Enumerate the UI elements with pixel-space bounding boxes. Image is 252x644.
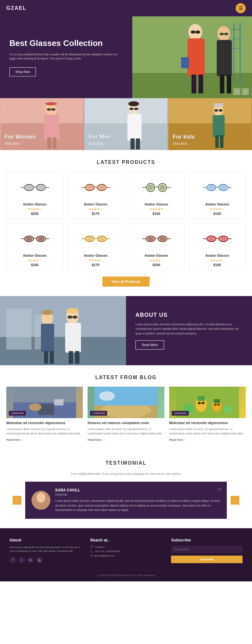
email-icon: ✉ (90, 554, 93, 557)
svg-point-112 (42, 310, 53, 315)
svg-rect-108 (69, 351, 73, 364)
svg-point-134 (224, 406, 232, 413)
footer-subscribe-button[interactable]: Subscribe (171, 556, 243, 563)
svg-rect-107 (65, 323, 81, 353)
svg-rect-25 (47, 137, 51, 148)
footer-subscribe-title: Subscribe (171, 538, 243, 542)
category-kids[interactable]: For kids Shop Now → (168, 98, 252, 150)
testimonial-review-text: Lorem ipsum dolor sit amet, consectetur … (55, 499, 220, 512)
product-stars-5: ★★★★☆ (10, 259, 60, 262)
svg-rect-15 (181, 57, 189, 68)
about-content: ABOUT US Lorem ipsum dolor sit amet cons… (126, 296, 252, 365)
hero-illustration (132, 16, 252, 98)
hero-navigation: ‹ › (233, 88, 249, 95)
testimonial-next-button[interactable]: › (231, 496, 239, 505)
product-card-8[interactable]: Aviator Glasses ★★★★☆ $180 (189, 223, 246, 270)
footer-phone: 📞 Call +31 12345678910 (90, 550, 162, 553)
svg-rect-35 (136, 138, 140, 149)
svg-point-84 (86, 237, 93, 241)
svg-point-72 (208, 185, 215, 190)
category-men[interactable]: For Men Shop Now → (84, 98, 168, 150)
product-price-7: $200 (131, 263, 181, 267)
category-women[interactable]: For Women Shop Now → (0, 98, 84, 150)
product-image-1 (10, 175, 60, 200)
blog-card-2[interactable]: 11/08/2020 Dolores vel maiores voluptate… (88, 387, 164, 441)
category-women-content: For Women Shop Now → (0, 129, 41, 150)
hero-subtitle: It is a long established fact that a rea… (9, 53, 123, 61)
social-twitter-button[interactable]: t (18, 557, 25, 563)
social-linkedin-button[interactable]: in (27, 557, 34, 563)
footer-social-links: f t in ig (9, 557, 81, 563)
category-men-content: For Men Shop Now → (84, 129, 116, 150)
svg-point-85 (98, 237, 105, 241)
blog-read-more-1[interactable]: Read More → (6, 438, 83, 441)
product-card-4[interactable]: Aviator Glasses ★★★★☆ $155 (189, 171, 246, 219)
footer-location-text: Location (95, 546, 105, 548)
blog-read-more-2[interactable]: Read More → (88, 438, 164, 441)
testimonial-reviewer-role: Customer (55, 493, 220, 496)
category-kids-link[interactable]: Shop Now → (173, 142, 195, 145)
product-image-4 (192, 175, 242, 200)
svg-point-97 (220, 237, 227, 241)
glasses-icon-4 (203, 181, 232, 195)
svg-rect-3 (187, 38, 205, 76)
phone-icon: 📞 (90, 550, 94, 553)
blog-image-3: 11/08/2020 (169, 387, 246, 418)
hero-shop-now-button[interactable]: Shop Now (9, 67, 36, 76)
blog-card-3[interactable]: 11/08/2020 Molestiae ad reiciendis digni… (169, 387, 246, 441)
category-men-link[interactable]: Shop Now → (89, 142, 111, 145)
product-card-7[interactable]: Aviator Glasses ★★★★☆ $200 (128, 223, 185, 270)
footer-email-input[interactable] (171, 546, 243, 553)
social-facebook-button[interactable]: f (9, 557, 16, 563)
footer-reach-title: Reach at.. (90, 538, 162, 542)
product-card-3[interactable]: Aviator Glasses ★★★★★ $150 (128, 171, 185, 219)
product-stars-6: ★★★★☆ (71, 259, 121, 262)
about-read-more-button[interactable]: Read More (135, 340, 164, 350)
blog-card-1[interactable]: 10/08/2020 Molestiae ad reiciendis digni… (6, 387, 83, 441)
header: GZAEL ☰ (0, 0, 252, 16)
testimonial-prev-button[interactable]: ‹ (13, 496, 21, 505)
product-price-2: $175 (71, 212, 121, 216)
svg-point-61 (98, 185, 105, 190)
category-men-title: For Men (89, 134, 111, 140)
svg-point-28 (47, 108, 51, 111)
hero-next-button[interactable]: › (242, 88, 249, 95)
product-card-1[interactable]: Aviator Glasses ★★★★☆ $200 (6, 171, 63, 219)
blog-read-more-3[interactable]: Read More → (169, 438, 246, 441)
category-kids-content: For kids Shop Now → (168, 129, 199, 150)
footer-copyright: © 2022 All Rights Reserved By Free Html … (9, 570, 243, 577)
product-card-2[interactable]: Aviator Glasses ★★★★☆ $175 (67, 171, 124, 219)
svg-rect-130 (214, 399, 220, 403)
social-instagram-button[interactable]: ig (36, 557, 43, 563)
products-grid: Aviator Glasses ★★★★☆ $200 Aviator Glass… (6, 171, 246, 270)
hero-image: ‹ › (132, 16, 252, 98)
svg-rect-7 (217, 40, 232, 76)
svg-point-91 (159, 237, 166, 241)
category-women-link[interactable]: Shop Now → (5, 142, 36, 145)
svg-rect-43 (213, 115, 225, 137)
svg-point-29 (51, 108, 55, 111)
product-stars-4: ★★★★☆ (192, 207, 242, 211)
blog-date-3: 11/08/2020 (172, 411, 189, 416)
product-image-7 (131, 226, 181, 251)
avatar-illustration (32, 491, 50, 510)
view-all-products-button[interactable]: View all Products (102, 277, 150, 287)
menu-button[interactable]: ☰ (236, 3, 246, 13)
svg-point-127 (198, 402, 201, 404)
footer-top: About Necessary, making this the first t… (9, 538, 243, 564)
hero-image-placeholder (132, 16, 252, 98)
product-card-6[interactable]: Aviator Glasses ★★★★☆ $170 (67, 223, 124, 270)
svg-rect-47 (214, 103, 223, 106)
hero-prev-button[interactable]: ‹ (233, 88, 240, 95)
blog-post-title-2: Dolores vel maiores voluptatem enim (88, 421, 164, 425)
blog-grid: 10/08/2020 Molestiae ad reiciendis digni… (6, 387, 246, 441)
svg-rect-44 (215, 135, 219, 148)
svg-point-128 (201, 402, 204, 404)
svg-rect-34 (130, 138, 135, 149)
blog-image-1: 10/08/2020 (6, 387, 83, 418)
svg-point-67 (159, 184, 166, 191)
testimonial-reviewer-name: SARA CAVILL (55, 488, 220, 492)
blog-date-2: 11/08/2020 (90, 411, 107, 416)
product-card-5[interactable]: Aviator Glasses ★★★★☆ $185 (6, 223, 63, 270)
brand-logo: GZAEL (6, 5, 26, 11)
